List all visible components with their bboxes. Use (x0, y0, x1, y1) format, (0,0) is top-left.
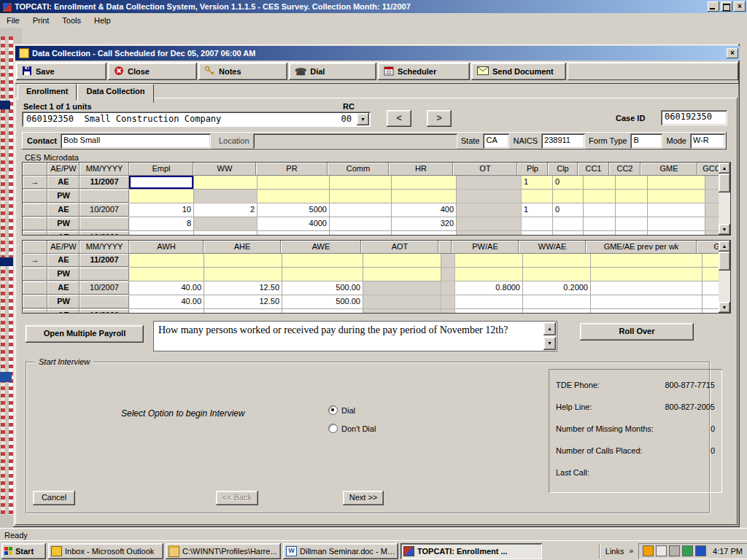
cancel-button[interactable]: Cancel (33, 491, 75, 505)
unit-combobox[interactable]: 060192350 Small Construction Company 00 … (22, 112, 371, 127)
grid-cell[interactable] (129, 268, 204, 281)
close-button[interactable]: × (734, 1, 746, 12)
tab-enrollment[interactable]: Enrollment (18, 84, 77, 101)
grid-cell[interactable] (363, 254, 441, 268)
grid-cell[interactable] (441, 254, 455, 268)
grid-cell[interactable]: 5000 (258, 203, 330, 217)
grid-cell[interactable]: 8 (129, 217, 194, 231)
grid-cell[interactable] (522, 217, 553, 231)
maximize-button[interactable] (721, 1, 732, 12)
vertical-scrollbar[interactable]: ▲ ▼ (719, 241, 730, 313)
grid-cell[interactable] (129, 231, 194, 236)
grid-cell[interactable]: 500.00 (282, 281, 363, 295)
grid-cell[interactable] (194, 231, 258, 236)
grid-cell[interactable] (392, 231, 457, 236)
grid-cell[interactable] (457, 203, 522, 217)
grid-cell[interactable]: 10 (129, 203, 194, 217)
grid-cell[interactable] (584, 190, 616, 203)
grid-cell[interactable] (330, 217, 392, 231)
grid-cell[interactable]: 0.2000 (523, 281, 591, 295)
grid-cell[interactable] (392, 176, 457, 190)
grid-cell[interactable] (522, 231, 553, 236)
tray-lock-icon[interactable] (669, 545, 680, 556)
grid-cell[interactable] (584, 203, 616, 217)
grid-cell[interactable] (441, 309, 455, 314)
grid-cell[interactable] (591, 309, 703, 314)
grid-cell[interactable]: 0.8000 (455, 281, 523, 295)
grid-cell[interactable] (129, 309, 204, 314)
previous-unit-button[interactable]: < (387, 110, 411, 127)
scroll-down-icon[interactable]: ▼ (543, 337, 556, 350)
grid-cell[interactable] (553, 217, 584, 231)
grid-cell[interactable] (282, 268, 363, 281)
grid-cell[interactable] (330, 190, 392, 203)
grid-cell[interactable] (584, 176, 616, 190)
grid-cell[interactable] (441, 281, 455, 295)
grid-cell[interactable] (441, 295, 455, 309)
grid-cell[interactable] (457, 176, 522, 190)
grid-cell[interactable]: 1 (522, 176, 553, 190)
grid-cell[interactable] (648, 231, 705, 236)
grid-cell[interactable] (455, 309, 523, 314)
combo-dropdown-icon[interactable]: ▼ (357, 113, 369, 125)
scroll-up-icon[interactable]: ▲ (719, 163, 730, 174)
contact-field[interactable]: Bob Small (61, 133, 211, 149)
next-unit-button[interactable]: > (427, 110, 452, 127)
grid-cell[interactable] (258, 190, 330, 203)
tab-data-collection[interactable]: Data Collection (77, 84, 153, 103)
scroll-down-icon[interactable]: ▼ (719, 224, 730, 235)
menu-print[interactable]: Print (26, 14, 56, 27)
location-field[interactable] (253, 133, 457, 149)
grid-cell[interactable] (553, 231, 584, 236)
grid-cell[interactable] (330, 231, 392, 236)
grid-cell[interactable] (129, 190, 194, 203)
start-button[interactable]: Start (1, 543, 46, 559)
radio-dont-dial[interactable]: Don't Dial (328, 424, 376, 433)
next-button[interactable]: Next >> (343, 491, 384, 505)
notes-button[interactable]: Notes (198, 63, 287, 80)
grid-cell[interactable] (616, 231, 648, 236)
scroll-thumb[interactable] (719, 174, 730, 192)
grid-cell[interactable] (616, 190, 648, 203)
grid-cell[interactable] (204, 254, 282, 268)
grid-cell[interactable]: 4000 (258, 217, 330, 231)
taskbar-item-topcati[interactable]: TOPCATI: Enrollment ... (400, 543, 542, 559)
grid-cell[interactable] (363, 281, 441, 295)
grid-cell[interactable] (591, 281, 703, 295)
grid-cell[interactable] (194, 217, 258, 231)
taskbar-item-outlook[interactable]: Inbox - Microsoft Outlook (48, 543, 163, 559)
grid-cell[interactable] (455, 295, 523, 309)
grid-cell[interactable] (584, 231, 616, 236)
grid-cell[interactable]: 0 (553, 176, 584, 190)
chevron-icon[interactable]: » (629, 547, 636, 555)
grid-cell[interactable] (194, 190, 258, 203)
scroll-up-icon[interactable]: ▲ (543, 322, 556, 335)
grid-cell[interactable] (648, 190, 705, 203)
grid-cell[interactable] (441, 268, 455, 281)
grid-cell[interactable] (258, 176, 330, 190)
grid-cell[interactable] (455, 268, 523, 281)
grid-cell[interactable] (457, 190, 522, 203)
minimize-button[interactable] (708, 1, 719, 12)
grid-cell[interactable]: 40.00 (129, 281, 204, 295)
menu-tools[interactable]: Tools (55, 14, 88, 27)
grid-cell[interactable]: 1 (522, 203, 553, 217)
dialog-close-button[interactable]: × (727, 48, 738, 58)
grid-cell[interactable]: 40.00 (129, 295, 204, 309)
open-multiple-payroll-button[interactable]: Open Multiple Payroll (26, 325, 144, 343)
grid-cell[interactable] (616, 217, 648, 231)
vertical-scrollbar[interactable]: ▲ ▼ (719, 163, 730, 235)
grid-cell[interactable] (330, 203, 392, 217)
menu-file[interactable]: File (0, 14, 26, 27)
grid-cell[interactable]: 12.50 (204, 281, 282, 295)
grid-cell[interactable] (129, 254, 204, 268)
grid-cell[interactable] (648, 203, 705, 217)
grid-cell[interactable] (616, 176, 648, 190)
grid-cell[interactable] (363, 309, 441, 314)
grid-cell[interactable] (648, 176, 705, 190)
grid-cell[interactable] (204, 309, 282, 314)
scroll-thumb[interactable] (719, 252, 730, 271)
grid-cell[interactable] (363, 295, 441, 309)
dial-button[interactable]: ☎ Dial (289, 63, 376, 80)
taskbar-item-explorer[interactable]: C:\WINNT\Profiles\Harre... (166, 543, 281, 559)
